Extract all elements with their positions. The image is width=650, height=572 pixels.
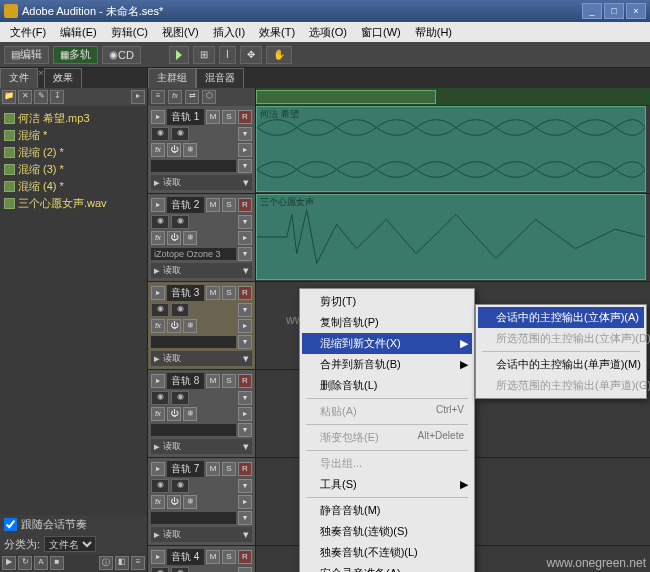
sort-select[interactable]: 文件名 [44, 536, 96, 552]
fx-button[interactable]: fx [151, 495, 165, 509]
fx-button[interactable]: fx [151, 407, 165, 421]
menu-item[interactable]: 混缩到新文件(X)▶ [302, 333, 472, 354]
fx-dropdown-icon[interactable]: ▾ [238, 511, 252, 525]
menu-insert[interactable]: 插入(I) [207, 23, 251, 42]
follow-tempo-checkbox[interactable] [4, 518, 17, 531]
track-options-icon[interactable]: ▾ [238, 127, 252, 141]
menu-item[interactable]: 删除音轨(L) [302, 375, 472, 396]
info-icon[interactable]: ⓘ [99, 556, 113, 570]
sends-icon[interactable]: ⇄ [185, 90, 199, 104]
pan-knob[interactable]: ◉ [171, 479, 189, 493]
track-name[interactable]: 音轨 1 [167, 109, 204, 125]
tab-effects[interactable]: 效果 [44, 68, 82, 88]
mute-button[interactable]: M [206, 550, 220, 564]
solo-button[interactable]: S [222, 374, 236, 388]
automation-mode[interactable]: ▸读取▾ [151, 175, 252, 190]
tab-mixer[interactable]: 混音器 [196, 68, 244, 88]
file-item[interactable]: 混缩 * [2, 127, 145, 144]
track-name[interactable]: 音轨 7 [167, 461, 204, 477]
expand-icon[interactable]: ▸ [151, 462, 165, 476]
fx-edit-icon[interactable]: ▸ [238, 231, 252, 245]
pan-knob[interactable]: ◉ [171, 567, 189, 572]
record-button[interactable]: R [238, 286, 252, 300]
expand-icon[interactable]: ▸ [151, 550, 165, 564]
automation-mode[interactable]: ▸读取▾ [151, 527, 252, 542]
expand-icon[interactable]: ▸ [151, 110, 165, 124]
preview-loop-icon[interactable]: ↻ [18, 556, 32, 570]
pan-knob[interactable]: ◉ [171, 391, 189, 405]
audio-clip[interactable]: 何洁 希望 [256, 106, 646, 192]
file-list[interactable]: 何洁 希望.mp3 混缩 * 混缩 (2) * 混缩 (3) * 混缩 (4) … [0, 106, 147, 515]
audio-clip[interactable]: 三个心愿女声 [256, 194, 646, 280]
file-item[interactable]: 混缩 (3) * [2, 161, 145, 178]
menu-item[interactable]: 静音音轨(M) [302, 500, 472, 521]
solo-button[interactable]: S [222, 550, 236, 564]
fx-freeze-icon[interactable]: ❄ [183, 143, 197, 157]
file-item[interactable]: 混缩 (2) * [2, 144, 145, 161]
volume-knob[interactable]: ◉ [151, 391, 169, 405]
preview-play-icon[interactable]: ▶ [2, 556, 16, 570]
menu-options[interactable]: 选项(O) [303, 23, 353, 42]
record-button[interactable]: R [238, 374, 252, 388]
menu-item[interactable]: 工具(S)▶ [302, 474, 472, 495]
menu-item[interactable]: 会话中的主控输出(立体声)(A) [478, 307, 644, 328]
track-options-icon[interactable]: ▾ [238, 479, 252, 493]
solo-button[interactable]: S [222, 110, 236, 124]
mute-button[interactable]: M [206, 374, 220, 388]
menu-item[interactable]: 合并到新音轨(B)▶ [302, 354, 472, 375]
automation-mode[interactable]: ▸读取▾ [151, 439, 252, 454]
menu-effects[interactable]: 效果(T) [253, 23, 301, 42]
menu-item[interactable]: 会话中的主控输出(单声道)(M) [478, 354, 644, 375]
inputs-icon[interactable]: ≡ [151, 90, 165, 104]
file-item[interactable]: 混缩 (4) * [2, 178, 145, 195]
menu-clip[interactable]: 剪辑(C) [105, 23, 154, 42]
context-submenu[interactable]: 会话中的主控输出(立体声)(A)所选范围的主控输出(立体声)(D)会话中的主控输… [475, 304, 647, 399]
minimize-button[interactable]: _ [582, 3, 602, 19]
track-header[interactable]: ▸音轨 1MSR◉◉▾fx⏻❄▸ ▾▸读取▾ [148, 106, 255, 194]
multitrack-view-button[interactable]: ▦ 多轨 [53, 46, 98, 64]
fx-button[interactable]: fx [151, 231, 165, 245]
import-icon[interactable]: 📁 [2, 90, 16, 104]
volume-knob[interactable]: ◉ [151, 479, 169, 493]
record-button[interactable]: R [238, 462, 252, 476]
timeline[interactable] [256, 88, 650, 106]
automation-mode[interactable]: ▸读取▾ [151, 263, 252, 278]
fx-power-icon[interactable]: ⏻ [167, 143, 181, 157]
fx-slot[interactable] [151, 336, 236, 348]
solo-button[interactable]: S [222, 462, 236, 476]
edit-file-icon[interactable]: ✎ [34, 90, 48, 104]
fx-dropdown-icon[interactable]: ▾ [238, 159, 252, 173]
track-header[interactable]: ▸音轨 4MSR◉◉▾fx⏻❄▸ ▾ [148, 546, 255, 572]
preview-auto-icon[interactable]: A [34, 556, 48, 570]
fx-edit-icon[interactable]: ▸ [238, 319, 252, 333]
mute-button[interactable]: M [206, 198, 220, 212]
track-header[interactable]: ▸音轨 7MSR◉◉▾fx⏻❄▸ ▾▸读取▾ [148, 458, 255, 546]
menu-view[interactable]: 视图(V) [156, 23, 205, 42]
tab-files[interactable]: 文件 [0, 68, 38, 88]
menu-item[interactable]: 剪切(T) [302, 291, 472, 312]
pan-knob[interactable]: ◉ [171, 215, 189, 229]
automation-mode[interactable]: ▸读取▾ [151, 351, 252, 366]
close-button[interactable]: × [626, 3, 646, 19]
tab-main-group[interactable]: 主群组 [148, 68, 196, 88]
menu-edit[interactable]: 编辑(E) [54, 23, 103, 42]
fullpath-icon[interactable]: ≡ [131, 556, 145, 570]
fx-power-icon[interactable]: ⏻ [167, 495, 181, 509]
cd-view-button[interactable]: ◉ CD [102, 46, 141, 64]
tool-button-2[interactable]: I [219, 46, 236, 64]
play-button[interactable] [169, 46, 189, 64]
fx-icon[interactable]: fx [168, 90, 182, 104]
fx-freeze-icon[interactable]: ❄ [183, 495, 197, 509]
track-options-icon[interactable]: ▾ [238, 303, 252, 317]
menu-file[interactable]: 文件(F) [4, 23, 52, 42]
fx-power-icon[interactable]: ⏻ [167, 407, 181, 421]
track-options-icon[interactable]: ▾ [238, 391, 252, 405]
fx-freeze-icon[interactable]: ❄ [183, 407, 197, 421]
volume-knob[interactable]: ◉ [151, 127, 169, 141]
maximize-button[interactable]: □ [604, 3, 624, 19]
menu-item[interactable]: 安全录音准备(A) [302, 563, 472, 572]
menu-window[interactable]: 窗口(W) [355, 23, 407, 42]
track-options-icon[interactable]: ▾ [238, 567, 252, 572]
menu-item[interactable]: 独奏音轨(不连锁)(L) [302, 542, 472, 563]
fx-edit-icon[interactable]: ▸ [238, 143, 252, 157]
